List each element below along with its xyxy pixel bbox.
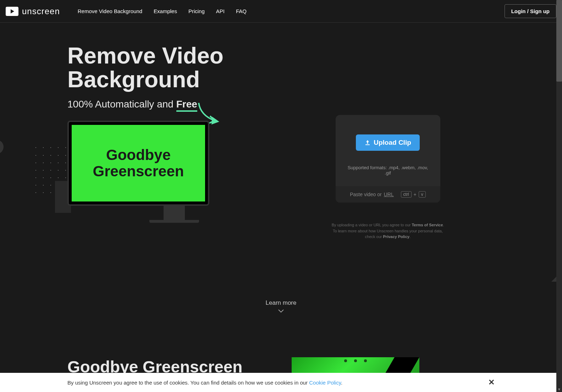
cookie-policy-link[interactable]: Cookie Policy — [309, 380, 341, 386]
chevron-down-icon — [278, 309, 284, 313]
hero-subtitle-prefix: 100% Automatically and — [67, 99, 176, 110]
nav-api[interactable]: API — [216, 8, 225, 14]
logo[interactable]: unscreen — [6, 6, 60, 16]
hero-subtitle: 100% Automatically and Free — [67, 99, 281, 110]
play-icon — [11, 9, 14, 13]
hero-title: Remove Video Background — [67, 44, 281, 92]
cookie-close-button[interactable]: ✕ — [488, 378, 495, 387]
scrollbar[interactable]: ▼ — [556, 0, 562, 392]
monitor-text: Goodbye Greenscreen — [93, 147, 184, 180]
upload-clip-button[interactable]: Upload Clip — [356, 134, 420, 151]
hero-right: Upload Clip Supported formats: .mp4, .we… — [281, 44, 495, 271]
kbd-v: v — [419, 191, 426, 198]
logo-text: unscreen — [22, 6, 60, 16]
kbd-ctrl: ctrl — [401, 191, 412, 198]
supported-formats: Supported formats: .mp4, .webm, .mov, .g… — [346, 165, 430, 176]
decorative-semicircle — [0, 140, 4, 154]
scrollbar-arrow-down-icon[interactable]: ▼ — [556, 386, 562, 392]
hero-title-line1: Remove Video — [67, 43, 224, 68]
kbd-plus: + — [414, 192, 417, 197]
main-nav: Remove Video Background Examples Pricing… — [78, 8, 505, 14]
monitor-screen: Goodbye Greenscreen — [72, 125, 205, 201]
learn-more-label: Learn more — [266, 299, 297, 306]
login-signup-button[interactable]: Login / Sign up — [505, 4, 556, 18]
cookie-text-container: By using Unscreen you agree to the use o… — [67, 380, 342, 386]
monitor: Goodbye Greenscreen — [67, 121, 209, 206]
cookie-text: By using Unscreen you agree to the use o… — [67, 380, 309, 386]
svg-marker-0 — [211, 117, 219, 125]
green-dots — [344, 359, 367, 362]
upload-btn-label: Upload Clip — [374, 139, 411, 147]
terms-of-service-link[interactable]: Terms of Service — [412, 223, 443, 227]
hero-left: Remove Video Background 100% Automatical… — [67, 44, 281, 271]
nav-remove-bg[interactable]: Remove Video Background — [78, 8, 142, 14]
paste-bar: Paste video or URL ctrl + v — [336, 186, 440, 203]
nav-faq[interactable]: FAQ — [236, 8, 247, 14]
hero-title-line2: Background — [67, 67, 200, 92]
terms-text: By uploading a video or URL you agree to… — [331, 222, 445, 240]
logo-icon — [6, 7, 18, 16]
monitor-base — [149, 220, 199, 223]
paste-url-link[interactable]: URL — [384, 192, 394, 197]
nav-examples[interactable]: Examples — [154, 8, 177, 14]
paste-prefix: Paste video or — [350, 192, 382, 197]
privacy-policy-link[interactable]: Privacy Policy — [383, 234, 410, 239]
hero-subtitle-free: Free — [176, 99, 197, 112]
monitor-stand — [164, 206, 185, 220]
scrollbar-thumb[interactable] — [556, 0, 562, 82]
learn-more[interactable]: Learn more — [0, 299, 562, 315]
nav-pricing[interactable]: Pricing — [188, 8, 205, 14]
upload-card: Upload Clip Supported formats: .mp4, .we… — [336, 115, 440, 203]
header: unscreen Remove Video Background Example… — [0, 0, 562, 23]
hero-section: Remove Video Background 100% Automatical… — [0, 23, 562, 271]
monitor-illustration: Goodbye Greenscreen — [67, 121, 281, 223]
upload-main: Upload Clip Supported formats: .mp4, .we… — [336, 115, 440, 186]
cookie-banner: By using Unscreen you agree to the use o… — [0, 373, 562, 392]
upload-icon — [364, 139, 371, 146]
